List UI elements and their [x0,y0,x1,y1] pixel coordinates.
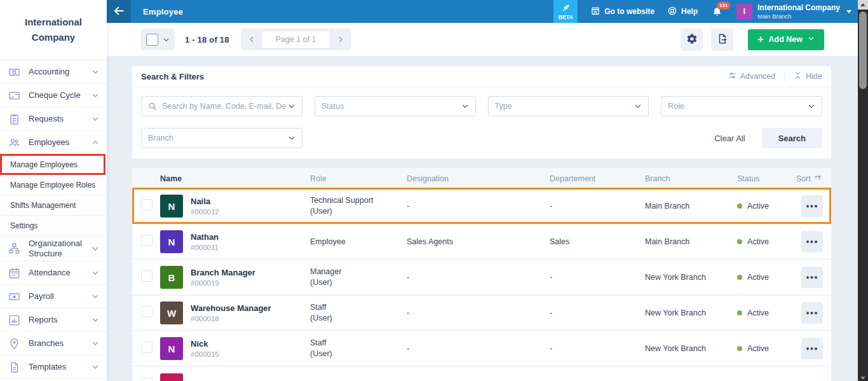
sidebar-item-organizational-structure[interactable]: Organizational Structure [0,236,107,261]
chevron-down-icon [92,363,99,371]
chevron-down-icon [92,68,99,76]
employee-name: Nathan [191,232,310,242]
column-branch: Branch [645,174,737,183]
clear-all-button[interactable]: Clear All [714,134,745,143]
row-actions-button[interactable]: ●●● [801,302,823,324]
select-all-checkbox[interactable] [146,34,158,46]
branch-dropdown[interactable]: Branch [141,128,302,148]
table-row[interactable]: W Warehouse Manager #000018 Staff(User) … [132,296,831,331]
account-branch: Main Branch [757,13,840,20]
sidebar-subitem-manage-employees[interactable]: Manage Employees [0,155,107,175]
status-placeholder: Status [322,102,461,111]
type-placeholder: Type [495,102,635,111]
sidebar-subitem-manage-employee-roles[interactable]: Manage Employee Roles [0,175,107,195]
search-button[interactable]: Search [762,128,822,148]
table-row[interactable]: N Nathan #000011 Employee Sales Agents S… [132,225,831,260]
table-row[interactable]: ●●● [132,367,831,381]
sidebar-item-branches[interactable]: Branches [0,332,107,356]
prev-page-button[interactable] [242,29,261,50]
company-logo: International Company [0,0,107,60]
row-actions-button[interactable]: ●●● [801,267,823,288]
cell-role: Manager(User) [310,267,407,288]
sidebar-item-attendance[interactable]: Attendance [0,261,107,285]
chevron-down-icon [92,316,99,324]
chevron-down-icon [288,102,295,110]
add-new-button[interactable]: + Add New [748,29,824,50]
advanced-filters-link[interactable]: Advanced [728,71,776,81]
cell-designation: Sales Agents [407,237,550,247]
row-actions-button[interactable]: ●●● [801,231,823,253]
settings-button[interactable] [681,29,703,51]
table-row[interactable]: B Branch Manager #000019 Manager(User) -… [132,260,831,296]
sidebar-item-payroll[interactable]: Payroll [0,285,107,308]
select-all-control[interactable] [141,29,175,50]
row-checkbox[interactable] [141,306,153,317]
vertical-scrollbar[interactable] [858,0,868,381]
scroll-up-arrow[interactable] [858,0,868,10]
sidebar-item-cheque-cycle[interactable]: Cheque Cycle [0,84,107,107]
beta-badge[interactable]: BETA [553,0,578,23]
chevron-down-icon [461,102,469,110]
sidebar: International Company Accounting Cheque … [0,0,107,381]
payroll-icon [8,291,20,303]
status-dropdown[interactable]: Status [315,96,476,116]
table-row[interactable]: N Nick #000015 Staff(User) - - New York … [132,331,831,367]
help-lifebuoy-icon [667,6,677,18]
sidebar-item-accounting[interactable]: Accounting [0,60,107,84]
sidebar-subitem-shifts-management[interactable]: Shifts Management [0,195,107,216]
search-input[interactable] [162,102,288,111]
pagination: Page 1 of 1 [241,29,351,50]
row-actions-button[interactable]: ●●● [801,338,823,359]
help-link[interactable]: Help [667,6,698,18]
sliders-icon [728,71,736,81]
sidebar-subitem-label: Shifts Management [10,201,76,210]
account-menu[interactable]: I International Company Main Branch [736,3,851,20]
sidebar-item-employees[interactable]: Employees [0,131,107,155]
next-page-button[interactable] [331,29,350,50]
employee-avatar: B [160,266,183,289]
hide-filters-link[interactable]: Hide [794,71,822,81]
row-actions-button[interactable]: ●●● [801,195,823,217]
sort-control[interactable]: Sort [796,174,831,184]
role-placeholder: Role [668,102,808,111]
sidebar-subitem-settings[interactable]: Settings [0,216,107,236]
search-field[interactable] [141,96,302,116]
chevron-down-icon [163,36,170,43]
employee-name: Naila [191,197,310,206]
sidebar-item-label: Reports [29,315,92,325]
column-role: Role [310,174,407,183]
sitemap-icon [8,242,20,254]
cell-department: - [550,308,645,319]
cell-designation: - [407,343,550,354]
export-button[interactable] [711,29,733,51]
search-icon [148,102,157,111]
employee-code: #000019 [191,279,310,287]
employee-code: #000018 [191,315,310,322]
row-checkbox[interactable] [141,199,153,211]
chevron-down-icon [92,92,99,99]
type-dropdown[interactable]: Type [488,96,649,116]
cell-branch: New York Branch [645,343,737,354]
go-to-website-link[interactable]: Go to website [590,6,654,18]
sidebar-item-requests[interactable]: Requests [0,107,107,131]
row-checkbox[interactable] [141,270,153,282]
sidebar-item-templates[interactable]: Templates [0,356,107,379]
role-dropdown[interactable]: Role [661,96,822,116]
row-checkbox[interactable] [141,342,153,353]
cell-role: Employee [310,237,407,247]
sidebar-item-reports[interactable]: Reports [0,308,107,332]
row-checkbox[interactable] [141,378,153,381]
notifications-button[interactable]: 131 [712,6,722,17]
sidebar-collapse-button[interactable] [107,0,131,23]
scroll-down-arrow[interactable] [860,377,865,380]
cell-role: Staff(User) [310,302,407,324]
go-to-website-label: Go to website [604,7,654,16]
collapse-arrow-icon [113,5,125,18]
cell-branch: New York Branch [645,308,737,319]
chevron-down-icon [92,115,99,123]
status-dot [737,275,742,280]
table-row[interactable]: N Naila #000012 Technical Support(User) … [132,189,831,225]
row-checkbox[interactable] [141,235,153,246]
employee-name: Nick [191,339,310,349]
scrollbar-thumb[interactable] [859,11,867,89]
